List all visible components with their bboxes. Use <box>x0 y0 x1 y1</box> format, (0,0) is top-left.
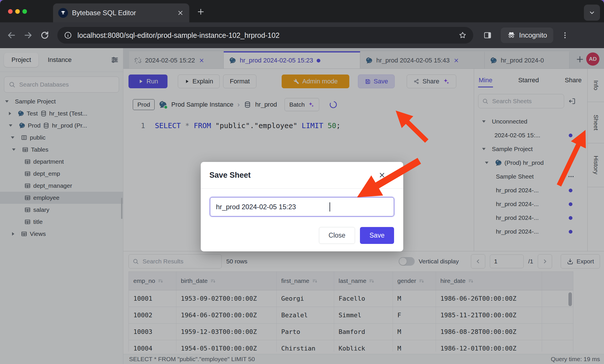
sheet-name-input[interactable] <box>210 197 394 216</box>
window-minimize-button[interactable] <box>15 9 20 14</box>
browser-tab-title: Bytebase SQL Editor <box>72 9 177 17</box>
address-bar[interactable]: localhost:8080/sql-editor/prod-sample-in… <box>57 27 473 44</box>
incognito-badge: Incognito <box>501 28 553 43</box>
window-close-button[interactable] <box>8 9 13 14</box>
browser-toolbar: localhost:8080/sql-editor/prod-sample-in… <box>0 22 604 48</box>
side-panel-icon[interactable] <box>483 31 492 40</box>
dialog-close-icon[interactable] <box>378 171 386 179</box>
sheet-name-input-field[interactable] <box>215 203 330 211</box>
bookmark-star-icon[interactable] <box>458 31 467 40</box>
forward-icon[interactable] <box>23 30 33 40</box>
incognito-icon <box>507 31 516 40</box>
browser-tab-strip: Bytebase SQL Editor <box>0 0 604 22</box>
new-browser-tab-icon[interactable] <box>196 7 205 16</box>
incognito-label: Incognito <box>519 31 547 39</box>
text-cursor <box>330 202 330 212</box>
back-icon[interactable] <box>6 30 17 40</box>
tab-search-button[interactable] <box>584 5 600 21</box>
browser-menu-icon[interactable] <box>561 31 569 40</box>
browser-window: Bytebase SQL Editor localhost:8080/sql-e… <box>0 0 604 364</box>
dialog-title: Save Sheet <box>209 171 251 180</box>
dialog-close-button[interactable]: Close <box>319 227 355 244</box>
window-zoom-button[interactable] <box>22 9 27 14</box>
site-info-icon[interactable] <box>64 31 72 40</box>
browser-tab[interactable]: Bytebase SQL Editor <box>53 3 189 22</box>
browser-tab-close-icon[interactable] <box>177 9 184 17</box>
reload-icon[interactable] <box>40 30 50 40</box>
bytebase-favicon <box>58 8 68 18</box>
dialog-save-button[interactable]: Save <box>360 227 394 244</box>
url-text: localhost:8080/sql-editor/prod-sample-in… <box>77 31 458 40</box>
save-sheet-dialog: Save Sheet Close Save <box>201 162 403 251</box>
